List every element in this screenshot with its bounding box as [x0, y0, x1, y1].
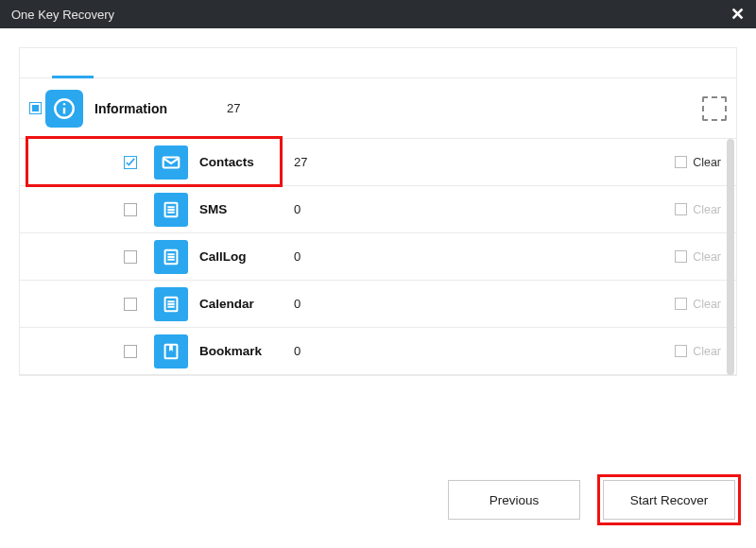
clear-checkbox[interactable] — [675, 345, 687, 357]
clear-label: Clear — [693, 298, 721, 311]
item-label: Bookmark — [199, 344, 294, 358]
item-checkbox[interactable] — [124, 156, 137, 169]
scrollbar-thumb[interactable] — [727, 139, 734, 375]
tab-strip — [20, 48, 736, 78]
start-recover-button-label: Start Recover — [630, 493, 709, 507]
item-clear-group: Clear — [675, 298, 727, 311]
doc-icon — [154, 287, 188, 321]
svg-point-2 — [63, 102, 65, 104]
item-count: 0 — [294, 297, 301, 311]
doc-icon — [154, 193, 188, 227]
item-checkbox[interactable] — [124, 203, 137, 216]
category-label: Information — [94, 101, 227, 116]
item-clear-group: Clear — [675, 156, 727, 169]
start-recover-button[interactable]: Start Recover — [603, 480, 735, 520]
item-count: 27 — [294, 155, 307, 169]
selection-marquee-icon[interactable] — [702, 96, 727, 121]
category-count: 27 — [227, 101, 240, 115]
item-row-calendar[interactable]: Calendar0Clear — [20, 281, 736, 328]
item-clear-group: Clear — [675, 250, 727, 264]
item-count: 0 — [294, 344, 301, 358]
item-count: 0 — [294, 249, 301, 264]
info-icon — [45, 90, 83, 128]
content-area: Information 27 Contacts27ClearSMS0ClearC… — [0, 28, 756, 376]
item-label: Contacts — [199, 155, 294, 169]
item-label: CallLog — [199, 249, 294, 264]
category-row-information[interactable]: Information 27 — [20, 78, 736, 139]
window-title: One Key Recovery — [11, 8, 114, 22]
item-label: SMS — [199, 202, 294, 216]
close-icon[interactable]: ✕ — [730, 4, 745, 25]
previous-button-label: Previous — [490, 493, 540, 507]
envelope-icon — [154, 146, 188, 180]
doc-icon — [154, 240, 188, 274]
clear-checkbox[interactable] — [675, 250, 687, 263]
item-checkbox[interactable] — [124, 250, 137, 264]
item-row-sms[interactable]: SMS0Clear — [20, 186, 736, 233]
item-count: 0 — [294, 202, 301, 216]
data-panel: Information 27 Contacts27ClearSMS0ClearC… — [19, 47, 737, 376]
clear-label: Clear — [693, 203, 721, 216]
item-row-bookmark[interactable]: Bookmark0Clear — [20, 328, 736, 375]
clear-checkbox[interactable] — [675, 298, 687, 310]
clear-label: Clear — [693, 156, 721, 169]
clear-checkbox[interactable] — [675, 156, 687, 168]
item-checkbox[interactable] — [124, 298, 137, 311]
previous-button[interactable]: Previous — [448, 480, 580, 520]
clear-checkbox[interactable] — [675, 203, 687, 215]
clear-label: Clear — [693, 345, 721, 358]
titlebar: One Key Recovery ✕ — [0, 0, 756, 28]
item-checkbox[interactable] — [124, 345, 137, 358]
bookmark-icon — [154, 334, 188, 368]
item-row-contacts[interactable]: Contacts27Clear — [20, 139, 736, 186]
item-clear-group: Clear — [675, 203, 727, 216]
item-clear-group: Clear — [675, 345, 727, 358]
item-row-calllog[interactable]: CallLog0Clear — [20, 233, 736, 281]
footer-buttons: Previous Start Recover — [448, 480, 735, 520]
item-label: Calendar — [199, 297, 294, 311]
category-checkbox[interactable] — [29, 102, 42, 114]
clear-label: Clear — [693, 250, 721, 264]
